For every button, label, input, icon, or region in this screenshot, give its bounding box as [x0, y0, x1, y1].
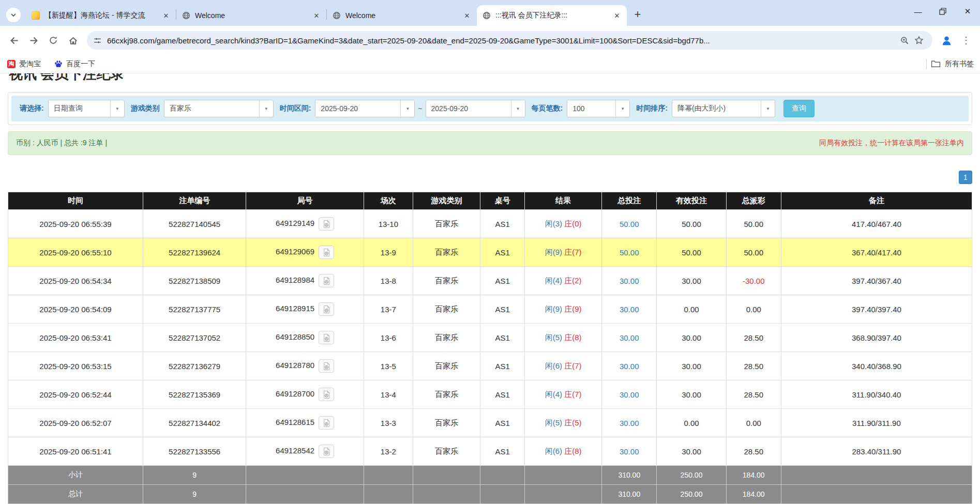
- round-number: 649128700: [276, 389, 314, 398]
- game-kind-select[interactable]: 百家乐 ▼: [164, 100, 274, 117]
- subtotal-row: 小计9310.00250.00184.00: [8, 466, 972, 485]
- per-page-select[interactable]: 100 ▼: [567, 100, 630, 117]
- zoom-page-button[interactable]: [897, 33, 912, 48]
- total-bet-link[interactable]: 30.00: [602, 437, 657, 466]
- total-bet-link[interactable]: 30.00: [602, 324, 657, 352]
- site-info-icon[interactable]: [93, 36, 102, 45]
- bookmark-star-button[interactable]: [912, 33, 926, 48]
- browser-menu-button[interactable]: ⋮: [957, 32, 975, 49]
- video-button[interactable]: [319, 274, 334, 287]
- url-text[interactable]: 66cxkj98.com/game/betrecord_search/kind3…: [107, 36, 897, 45]
- total-bet-link[interactable]: 30.00: [602, 295, 657, 324]
- new-tab-button[interactable]: +: [630, 7, 645, 22]
- valid-bet-cell: 30.00: [657, 437, 726, 466]
- tab-close-icon[interactable]: ✕: [311, 10, 322, 21]
- time-cell: 2025-09-20 06:53:15: [8, 352, 143, 380]
- bet-id-cell: 522827139624: [143, 238, 246, 267]
- round-cell: 649128984: [246, 267, 364, 295]
- query-type-select[interactable]: 日期查询 ▼: [48, 100, 125, 117]
- time-cell: 2025-09-20 06:54:34: [8, 267, 143, 295]
- sort-order-select[interactable]: 降幂(由大到小) ▼: [672, 100, 775, 117]
- forward-button[interactable]: [25, 32, 42, 49]
- window-controls: — ✕: [906, 0, 980, 23]
- refresh-button[interactable]: [44, 32, 62, 49]
- note-cell: 417.40/467.40: [781, 210, 972, 238]
- total-bet-link[interactable]: 30.00: [602, 409, 657, 437]
- tab-close-icon[interactable]: ✕: [611, 10, 623, 21]
- chevron-down-icon[interactable]: ▼: [615, 100, 629, 117]
- video-button[interactable]: [319, 246, 334, 259]
- video-button[interactable]: [319, 388, 334, 401]
- tab-welcome-2[interactable]: Welcome ✕: [327, 5, 477, 26]
- chevron-down-icon[interactable]: ▼: [761, 100, 775, 117]
- total-bet-link[interactable]: 50.00: [602, 238, 657, 267]
- valid-bet-cell: 30.00: [657, 267, 726, 295]
- game-cell: 百家乐: [413, 380, 480, 409]
- table-no-cell: AS1: [480, 352, 525, 380]
- video-button[interactable]: [319, 359, 334, 373]
- all-bookmarks-button[interactable]: 所有书签: [926, 59, 980, 69]
- chevron-down-icon[interactable]: ▼: [511, 100, 525, 117]
- bet-id-cell: 522827134402: [143, 409, 246, 437]
- video-button[interactable]: [319, 416, 334, 430]
- payout-cell: -30.00: [726, 267, 781, 295]
- back-button[interactable]: [5, 32, 23, 49]
- chevron-down-icon: [10, 12, 17, 18]
- column-header: 结果: [525, 192, 602, 210]
- round-cell: 649129069: [246, 238, 364, 267]
- total-bet-link[interactable]: 30.00: [602, 267, 657, 295]
- game-kind-label: 游戏类别: [131, 104, 160, 113]
- payout-cell: 28.50: [726, 380, 781, 409]
- total-bet-link[interactable]: 50.00: [602, 210, 657, 238]
- bookmark-baidu[interactable]: 百度一下: [54, 59, 95, 69]
- restore-button[interactable]: [930, 0, 955, 23]
- sum-count-cell: 9: [143, 485, 246, 504]
- table-row: 2025-09-20 06:52:07522827134402649128615…: [8, 409, 972, 437]
- video-file-icon: [322, 447, 331, 456]
- video-button[interactable]: [319, 217, 334, 231]
- close-window-button[interactable]: ✕: [955, 0, 980, 23]
- video-file-icon: [322, 390, 331, 399]
- date-start-select[interactable]: 2025-09-20 ▼: [315, 100, 415, 117]
- date-end-select[interactable]: 2025-09-20 ▼: [426, 100, 525, 117]
- pagination: 1: [8, 171, 972, 184]
- tab-close-icon[interactable]: ✕: [461, 10, 473, 21]
- baidu-paw-icon: [54, 60, 63, 68]
- tab-search-button[interactable]: [6, 8, 21, 22]
- video-button[interactable]: [319, 331, 334, 344]
- total-bet-link[interactable]: 30.00: [602, 352, 657, 380]
- query-button[interactable]: 查询: [783, 100, 815, 117]
- tab-bet-records-active[interactable]: :::视讯 会员下注纪录::: ✕: [477, 5, 627, 26]
- profile-avatar-button[interactable]: [938, 32, 955, 49]
- sum-valid-bet-cell: 250.00: [657, 485, 726, 504]
- banker-result: 庄(2): [564, 276, 581, 285]
- globe-icon: [482, 11, 491, 20]
- bet-id-cell: 522827137775: [143, 295, 246, 324]
- total-bet-link[interactable]: 30.00: [602, 380, 657, 409]
- valid-bet-cell: 50.00: [657, 210, 726, 238]
- filter-panel: 请选择: 日期查询 ▼ 游戏类别 百家乐 ▼ 时间区间: 2025-09-20 …: [8, 92, 972, 125]
- tab-welcome-1[interactable]: Welcome ✕: [176, 5, 326, 26]
- sum-valid-bet-cell: 250.00: [657, 466, 726, 485]
- bookmark-taobao[interactable]: 淘 爱淘宝: [7, 59, 41, 69]
- bet-records-table: 时间注单编号局号场次游戏类别桌号结果总投注有效投注总派彩备注 2025-09-2…: [8, 192, 972, 504]
- bet-table-body: 2025-09-20 06:55:39522827140545649129149…: [8, 210, 972, 504]
- tab-title: :::视讯 会员下注纪录:::: [495, 11, 611, 20]
- chevron-down-icon[interactable]: ▼: [110, 100, 124, 117]
- page-button[interactable]: 1: [959, 171, 972, 184]
- round-number: 649128542: [276, 446, 314, 455]
- table-row: 2025-09-20 06:55:10522827139624649129069…: [8, 238, 972, 267]
- chevron-down-icon[interactable]: ▼: [400, 100, 414, 117]
- tab-title: Welcome: [195, 11, 311, 20]
- minimize-button[interactable]: —: [906, 0, 930, 23]
- video-button[interactable]: [319, 445, 334, 458]
- home-button[interactable]: [64, 32, 82, 49]
- currency-total-text: 币别 : 人民币 | 总共 :9 注单 |: [16, 139, 107, 148]
- url-bar[interactable]: 66cxkj98.com/game/betrecord_search/kind3…: [87, 31, 932, 50]
- tab-close-icon[interactable]: ✕: [160, 10, 172, 21]
- payout-cell: 0.00: [726, 409, 781, 437]
- tab-forum[interactable]: 【新提醒】海燕论坛 - 博学交流 ✕: [26, 5, 176, 26]
- video-button[interactable]: [319, 302, 334, 316]
- round-number: 649129069: [276, 247, 314, 256]
- chevron-down-icon[interactable]: ▼: [259, 100, 273, 117]
